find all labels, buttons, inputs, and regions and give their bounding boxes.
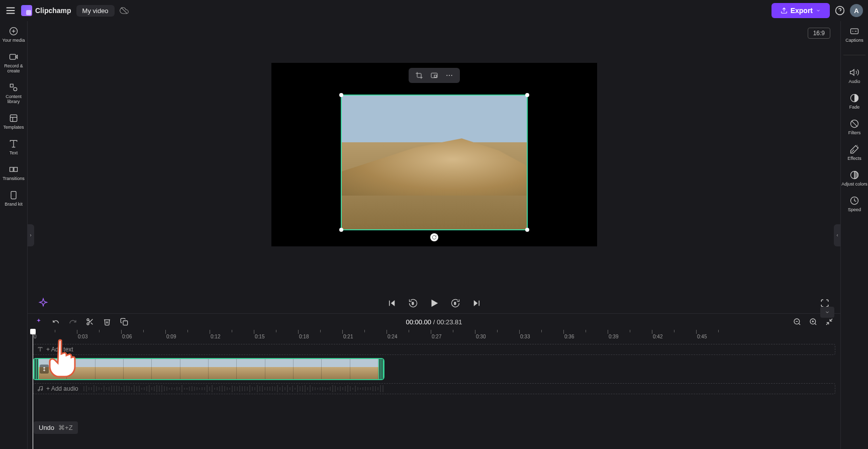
sidebar-item-label: Fade (849, 105, 860, 110)
sidebar-item-captions[interactable]: Captions (841, 26, 868, 43)
sidebar-item-label: Record & create (0, 63, 27, 73)
collapse-right-panel-button[interactable] (834, 224, 841, 246)
resize-handle-bottom-left[interactable] (339, 228, 343, 232)
menu-icon[interactable] (5, 5, 16, 16)
sidebar-item-your-media[interactable]: Your media (0, 26, 27, 43)
svg-marker-55 (850, 69, 854, 75)
fit-timeline-button[interactable] (824, 317, 834, 327)
ruler-tick-label: 0:21 (343, 334, 353, 339)
playhead[interactable] (33, 330, 33, 449)
clip-audio-icon[interactable] (52, 365, 61, 374)
sidebar-item-record-create[interactable]: Record & create (0, 52, 27, 73)
zoom-in-button[interactable] (808, 317, 818, 327)
timeline-ruler[interactable]: 0 0:030:060:090:120:150:180:210:240:270:… (33, 330, 835, 344)
sidebar-item-label: Your media (2, 38, 25, 43)
chevron-left-icon (835, 232, 839, 238)
sidebar-item-label: Speed (848, 207, 861, 212)
sidebar-item-audio[interactable]: Audio (841, 67, 868, 84)
redo-button[interactable] (68, 317, 78, 327)
sidebar-item-label: Effects (847, 156, 861, 161)
sidebar-item-transitions[interactable]: Transitions (0, 164, 27, 181)
magic-button[interactable] (34, 317, 44, 327)
skip-forward-icon (472, 299, 481, 308)
fade-icon (849, 93, 859, 103)
template-icon (9, 113, 19, 123)
duration: 00:23.81 (437, 318, 462, 326)
tracks-area: + Add text (33, 344, 835, 397)
resize-handle-bottom-right[interactable] (525, 228, 529, 232)
video-clip[interactable] (33, 358, 384, 380)
pip-button[interactable] (429, 70, 440, 81)
split-button[interactable] (85, 317, 95, 327)
undo-button[interactable] (51, 317, 61, 327)
delete-button[interactable] (102, 317, 112, 327)
sidebar-item-label: Content library (0, 94, 27, 104)
svg-point-25 (449, 75, 450, 76)
audio-track[interactable]: + Add audio (33, 383, 835, 394)
svg-point-53 (41, 389, 43, 391)
svg-line-58 (851, 121, 857, 127)
duplicate-button[interactable] (119, 317, 129, 327)
sidebar-item-speed[interactable]: Speed (841, 196, 868, 212)
rotate-handle[interactable] (430, 233, 438, 241)
crop-button[interactable] (414, 70, 425, 81)
preview-canvas[interactable] (271, 63, 597, 246)
zoom-out-icon (793, 318, 801, 326)
sidebar-item-brand-kit[interactable]: Brand kit (0, 190, 27, 207)
sidebar-item-fade[interactable]: Fade (841, 93, 868, 110)
upload-icon (781, 7, 788, 14)
tooltip-label: Undo (39, 424, 54, 431)
sidebar-item-filters[interactable]: Filters (841, 119, 868, 135)
undo-tooltip: Undo ⌘+Z (34, 421, 78, 434)
app-logo[interactable]: Clipchamp (21, 5, 71, 16)
more-horizontal-icon (445, 71, 453, 79)
clip-trim-handle-right[interactable] (378, 359, 383, 379)
time-separator: / (433, 318, 435, 326)
ai-suggestions-button[interactable] (38, 298, 49, 309)
svg-rect-23 (434, 75, 437, 77)
text-track[interactable]: + Add text (33, 344, 835, 355)
forward-icon: 5 (450, 298, 460, 308)
ruler-tick-label: 0:33 (520, 334, 530, 339)
svg-text:5: 5 (412, 302, 414, 305)
svg-line-47 (830, 319, 832, 321)
cloud-sync-off-icon[interactable] (120, 6, 129, 15)
music-note-icon (37, 386, 43, 392)
sidebar-item-adjust-colors[interactable]: Adjust colors (841, 170, 868, 187)
sidebar-item-templates[interactable]: Templates (0, 113, 27, 130)
forward-5s-button[interactable]: 5 (450, 298, 461, 309)
sidebar-item-content-library[interactable]: Content library (0, 82, 27, 104)
sidebar-item-text[interactable]: Text (0, 139, 27, 155)
ruler-tick-label: 0:18 (299, 334, 309, 339)
export-button[interactable]: Export (771, 3, 830, 18)
svg-marker-27 (391, 300, 395, 306)
sparkle-icon (35, 318, 43, 326)
project-title[interactable]: My video (76, 5, 115, 17)
ruler-tick-label: 0:09 (166, 334, 176, 339)
selected-clip[interactable] (341, 95, 528, 230)
clip-expand-icon[interactable] (40, 365, 49, 374)
skip-forward-button[interactable] (471, 298, 482, 309)
text-icon (37, 346, 43, 352)
sidebar-item-effects[interactable]: Effects (841, 144, 868, 161)
svg-rect-19 (10, 167, 14, 171)
aspect-ratio-button[interactable]: 16:9 (808, 28, 830, 39)
rewind-5s-button[interactable]: 5 (408, 298, 419, 309)
sidebar-item-label: Templates (3, 125, 24, 130)
play-button[interactable] (429, 298, 440, 309)
ruler-tick-label: 0:30 (476, 334, 486, 339)
zoom-out-button[interactable] (792, 317, 802, 327)
resize-handle-top-left[interactable] (339, 93, 343, 97)
chevron-down-icon (816, 8, 821, 13)
skip-back-button[interactable] (387, 298, 398, 309)
resize-handle-top-right[interactable] (525, 93, 529, 97)
svg-rect-54 (851, 29, 858, 34)
undo-icon (52, 318, 59, 326)
svg-marker-32 (473, 300, 477, 306)
svg-line-41 (799, 323, 800, 325)
avatar[interactable]: A (850, 4, 863, 17)
speed-icon (849, 196, 859, 206)
more-options-button[interactable] (444, 70, 455, 81)
help-icon[interactable] (835, 6, 845, 16)
clip-trim-handle-left[interactable] (34, 359, 39, 379)
